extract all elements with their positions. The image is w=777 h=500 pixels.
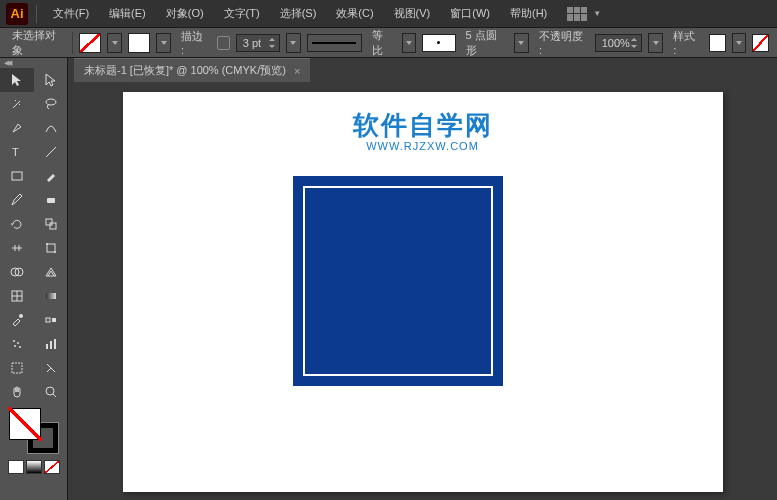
stroke-dropdown[interactable] (156, 33, 171, 53)
tool-mesh[interactable] (0, 284, 34, 308)
color-mode-none[interactable] (44, 460, 60, 474)
color-mode-gradient[interactable] (26, 460, 42, 474)
tool-width[interactable] (0, 236, 34, 260)
tool-symbol-sprayer[interactable] (0, 332, 34, 356)
stroke-width-input[interactable]: 3 pt (236, 34, 280, 52)
style-none-swatch[interactable] (752, 34, 769, 52)
svg-point-14 (19, 314, 23, 318)
menu-select[interactable]: 选择(S) (272, 2, 325, 25)
tool-shape-builder[interactable] (0, 260, 34, 284)
fill-dropdown[interactable] (107, 33, 122, 53)
svg-rect-4 (47, 198, 55, 203)
brush-dropdown[interactable] (514, 33, 529, 53)
tool-type[interactable]: T (0, 140, 34, 164)
options-bar: 未选择对象 描边 : 3 pt 等比 5 点圆形 不透明度 : 100% 样式 … (0, 28, 777, 58)
svg-rect-15 (46, 318, 50, 322)
svg-point-9 (54, 251, 56, 253)
tool-line[interactable] (34, 140, 68, 164)
tool-selection[interactable] (0, 68, 34, 92)
tool-scale[interactable] (34, 212, 68, 236)
menu-object[interactable]: 对象(O) (158, 2, 212, 25)
svg-point-19 (14, 345, 16, 347)
tool-slice[interactable] (34, 356, 68, 380)
chevron-down-icon[interactable]: ▼ (593, 9, 601, 18)
svg-point-8 (46, 243, 48, 245)
svg-text:T: T (12, 146, 19, 158)
workspace-switcher-icon[interactable] (567, 7, 587, 21)
stroke-width-dropdown[interactable] (286, 33, 301, 53)
style-swatch[interactable] (709, 34, 726, 52)
menu-effect[interactable]: 效果(C) (328, 2, 381, 25)
menu-view[interactable]: 视图(V) (386, 2, 439, 25)
svg-rect-22 (50, 341, 52, 349)
style-label: 样式 : (669, 29, 703, 56)
opacity-dropdown[interactable] (648, 33, 663, 53)
blue-rectangle-shape[interactable] (293, 176, 503, 386)
tool-direct-selection[interactable] (34, 68, 68, 92)
svg-point-20 (19, 346, 21, 348)
stroke-swatch[interactable] (128, 33, 150, 53)
tool-curvature[interactable] (34, 116, 68, 140)
tool-pencil[interactable] (0, 188, 34, 212)
tool-blend[interactable] (34, 308, 68, 332)
stroke-scale-dropdown[interactable] (402, 33, 417, 53)
tools-grid: T (0, 68, 67, 404)
svg-rect-23 (54, 339, 56, 349)
link-icon[interactable] (217, 36, 230, 50)
svg-rect-24 (12, 363, 22, 373)
tool-rotate[interactable] (0, 212, 34, 236)
menu-window[interactable]: 窗口(W) (442, 2, 498, 25)
brush-preview[interactable] (422, 34, 455, 52)
menu-file[interactable]: 文件(F) (45, 2, 97, 25)
stroke-label: 描边 : (177, 29, 211, 56)
watermark-title: 软件自学网 (353, 108, 493, 143)
color-mode-solid[interactable] (8, 460, 24, 474)
tool-zoom[interactable] (34, 380, 68, 404)
tool-eraser[interactable] (34, 188, 68, 212)
tab-strip: 未标题-1 [已恢复]* @ 100% (CMYK/预览) × (68, 58, 777, 82)
tab-close-icon[interactable]: × (294, 65, 300, 77)
tool-perspective[interactable] (34, 260, 68, 284)
tool-lasso[interactable] (34, 92, 68, 116)
svg-rect-7 (47, 244, 55, 252)
tool-eyedropper[interactable] (0, 308, 34, 332)
tool-artboard[interactable] (0, 356, 34, 380)
brush-label: 5 点圆形 (462, 28, 509, 58)
tool-column-graph[interactable] (34, 332, 68, 356)
watermark-url: WWW.RJZXW.COM (366, 140, 479, 152)
tab-title: 未标题-1 [已恢复]* @ 100% (CMYK/预览) (84, 63, 286, 78)
svg-rect-21 (46, 344, 48, 349)
tools-panel: T (0, 58, 68, 500)
selection-status: 未选择对象 (8, 28, 66, 58)
menu-type[interactable]: 文字(T) (216, 2, 268, 25)
fill-swatch[interactable] (79, 33, 101, 53)
artboard-viewport[interactable]: 软件自学网 WWW.RJZXW.COM (68, 82, 777, 500)
tool-pen[interactable] (0, 116, 34, 140)
artboard[interactable]: 软件自学网 WWW.RJZXW.COM (123, 92, 723, 492)
opacity-input[interactable]: 100% (595, 34, 643, 52)
tool-free-transform[interactable] (34, 236, 68, 260)
tool-gradient[interactable] (34, 284, 68, 308)
fill-color-indicator[interactable] (9, 408, 41, 440)
stroke-profile-preview[interactable] (307, 34, 362, 52)
svg-point-0 (46, 99, 56, 105)
menu-help[interactable]: 帮助(H) (502, 2, 555, 25)
separator (36, 5, 37, 23)
menu-edit[interactable]: 编辑(E) (101, 2, 154, 25)
separator (72, 32, 73, 54)
svg-rect-3 (12, 172, 22, 180)
color-mode-row (0, 458, 67, 476)
panel-collapse-icon[interactable] (0, 58, 67, 68)
tool-magic-wand[interactable] (0, 92, 34, 116)
svg-rect-16 (52, 318, 56, 322)
tool-paintbrush[interactable] (34, 164, 68, 188)
menubar: Ai 文件(F) 编辑(E) 对象(O) 文字(T) 选择(S) 效果(C) 视… (0, 0, 777, 28)
tool-rectangle[interactable] (0, 164, 34, 188)
tool-hand[interactable] (0, 380, 34, 404)
fill-stroke-indicator[interactable] (9, 408, 59, 454)
document-tab[interactable]: 未标题-1 [已恢复]* @ 100% (CMYK/预览) × (74, 58, 310, 82)
svg-rect-6 (50, 223, 56, 229)
svg-point-25 (46, 387, 54, 395)
style-dropdown[interactable] (732, 33, 747, 53)
canvas-area: 未标题-1 [已恢复]* @ 100% (CMYK/预览) × 软件自学网 WW… (68, 58, 777, 500)
